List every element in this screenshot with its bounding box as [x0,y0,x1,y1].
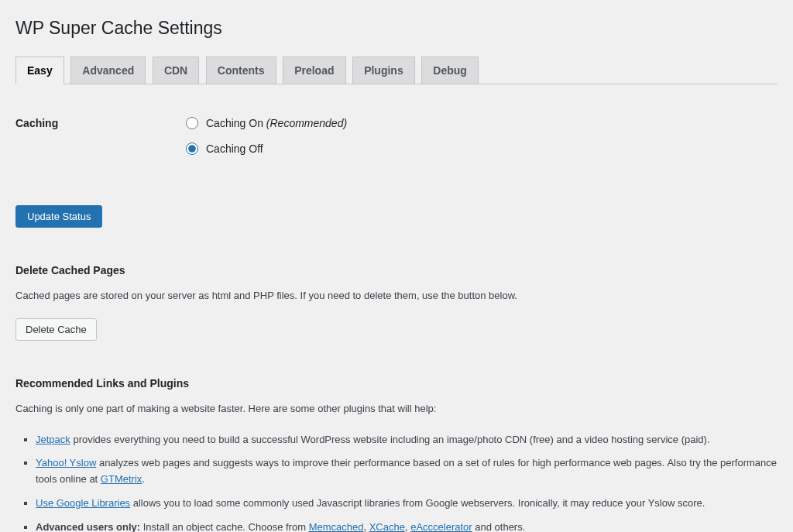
xcache-link[interactable]: XCache [369,521,405,532]
caching-on-label: Caching On (Recommended) [206,115,347,132]
list-item-text: and others. [472,521,526,532]
delete-cached-desc: Cached pages are stored on your server a… [15,288,778,304]
list-item-text: analyzes web pages and suggests ways to … [36,457,777,485]
tab-cdn[interactable]: CDN [153,57,199,84]
list-item-text: provides everything you need to build a … [70,434,710,445]
update-status-button[interactable]: Update Status [15,205,102,228]
memcached-link[interactable]: Memcached [309,521,364,532]
caching-label: Caching [15,115,186,132]
delete-cache-button[interactable]: Delete Cache [15,318,97,341]
list-item: Jetpack provides everything you need to … [36,432,778,448]
list-item: Use Google Libraries allows you to load … [36,496,778,512]
caching-off-radio[interactable] [186,142,198,155]
list-item: Advanced users only: Install an object c… [36,520,778,532]
recommended-list: Jetpack provides everything you need to … [36,432,778,532]
tab-preload[interactable]: Preload [283,57,345,84]
tab-easy[interactable]: Easy [15,57,64,84]
caching-off-label: Caching Off [206,141,263,157]
list-item-text: Install an object cache. Choose from [140,521,309,532]
caching-on-row[interactable]: Caching On (Recommended) [186,115,778,132]
recommended-heading: Recommended Links and Plugins [15,376,778,392]
list-item-text: . [142,473,145,485]
page-title: WP Super Cache Settings [15,8,778,45]
gtmetrix-link[interactable]: GTMetrix [101,473,142,485]
list-item-text: allows you to load some commonly used Ja… [130,497,705,509]
tab-plugins[interactable]: Plugins [352,57,415,84]
tab-advanced[interactable]: Advanced [70,57,146,84]
recommended-intro: Caching is only one part of making a web… [15,401,778,417]
advanced-bold: Advanced users only: [36,521,140,532]
caching-off-row[interactable]: Caching Off [186,141,778,157]
google-libraries-link[interactable]: Use Google Libraries [36,497,130,509]
jetpack-link[interactable]: Jetpack [36,434,70,445]
yslow-link[interactable]: Yahoo! Yslow [36,457,96,469]
nav-tabs: Easy Advanced CDN Contents Preload Plugi… [15,57,778,84]
list-item: Yahoo! Yslow analyzes web pages and sugg… [36,455,778,488]
delete-cached-heading: Delete Cached Pages [15,263,778,279]
tab-debug[interactable]: Debug [421,57,479,84]
eaccelerator-link[interactable]: eAcccelerator [410,521,472,532]
list-item-text: , [363,521,369,532]
caching-on-radio[interactable] [186,117,198,129]
tab-contents[interactable]: Contents [206,57,276,84]
